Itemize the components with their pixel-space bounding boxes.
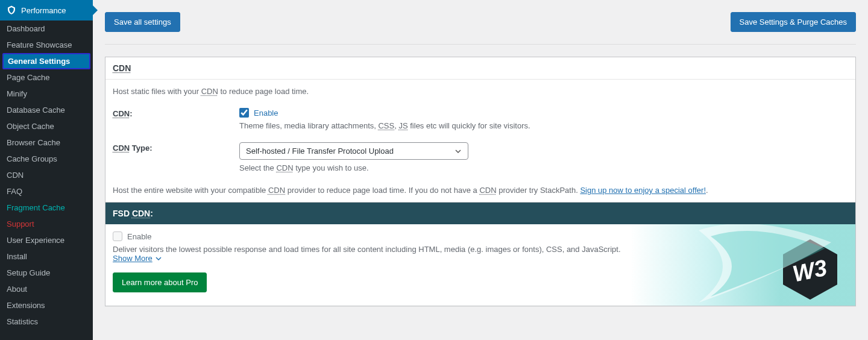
cdn-type-label: CDN Type:: [113, 142, 239, 153]
cdn-type-help: Select the CDN type you wish to use.: [239, 163, 848, 172]
sidebar-item-database-cache[interactable]: Database Cache: [0, 102, 93, 118]
sidebar-item-dashboard[interactable]: Dashboard: [0, 20, 93, 37]
sidebar-item-extensions[interactable]: Extensions: [0, 297, 93, 313]
cdn-panel: CDN Host static files with your CDN to r…: [105, 57, 856, 306]
sidebar-item-browser-cache[interactable]: Browser Cache: [0, 134, 93, 151]
sidebar-item-feature-showcase[interactable]: Feature Showcase: [0, 37, 93, 53]
fsd-enable-checkbox[interactable]: [113, 231, 122, 241]
cdn-type-control: Self-hosted / File Transfer Protocol Upl…: [239, 142, 848, 172]
sidebar-item-fragment-cache[interactable]: Fragment Cache: [0, 200, 93, 216]
cdn-enable-help: Theme files, media library attachments, …: [239, 121, 848, 130]
cdn-enable-control: Enable Theme files, media library attach…: [239, 108, 848, 130]
chevron-down-icon: [155, 255, 162, 262]
sidebar-item-install[interactable]: Install: [0, 248, 93, 265]
stackpath-signup-link[interactable]: Sign up now to enjoy a special offer!: [580, 186, 706, 195]
main-content: Save all settings Save Settings & Purge …: [93, 0, 868, 340]
sidebar-item-setup-guide[interactable]: Setup Guide: [0, 265, 93, 281]
cdn-intro-text: Host static files with your CDN to reduc…: [113, 87, 848, 96]
sidebar-item-support[interactable]: Support: [0, 216, 93, 232]
cdn-enable-checkbox-label: Enable: [254, 109, 278, 118]
cdn-enable-row: CDN: Enable Theme files, media library a…: [113, 108, 848, 130]
sidebar-item-about[interactable]: About: [0, 281, 93, 297]
sidebar: Performance Dashboard Feature Showcase G…: [0, 0, 93, 340]
sidebar-item-minify[interactable]: Minify: [0, 86, 93, 102]
sidebar-header-label: Performance: [21, 6, 66, 15]
sidebar-item-cdn[interactable]: CDN: [0, 167, 93, 183]
fsd-enable-row: Enable: [113, 231, 848, 241]
sidebar-item-page-cache[interactable]: Page Cache: [0, 69, 93, 86]
cdn-panel-body: Host static files with your CDN to reduc…: [105, 80, 855, 202]
cdn-type-select[interactable]: Self-hosted / File Transfer Protocol Upl…: [239, 142, 468, 160]
fsd-panel-header[interactable]: FSD CDN:: [105, 203, 855, 224]
fsd-panel-body: Enable Deliver visitors the lowest possi…: [105, 224, 855, 306]
cdn-panel-title: CDN: [113, 63, 131, 73]
sidebar-item-faq[interactable]: FAQ: [0, 183, 93, 200]
fsd-panel: FSD CDN: Enable Deliver visitors the low…: [105, 202, 855, 306]
save-all-settings-button[interactable]: Save all settings: [105, 12, 180, 32]
top-bar: Save all settings Save Settings & Purge …: [105, 0, 856, 45]
save-purge-button[interactable]: Save Settings & Purge Caches: [731, 12, 857, 32]
sidebar-item-general-settings[interactable]: General Settings: [2, 53, 90, 69]
sidebar-item-object-cache[interactable]: Object Cache: [0, 118, 93, 134]
sidebar-item-user-experience[interactable]: User Experience: [0, 232, 93, 248]
cdn-enable-checkbox[interactable]: [239, 108, 249, 118]
sidebar-item-cache-groups[interactable]: Cache Groups: [0, 151, 93, 167]
fsd-enable-label: Enable: [127, 232, 151, 241]
fsd-description: Deliver visitors the lowest possible res…: [113, 245, 848, 254]
fsd-show-more-link[interactable]: Show More: [113, 254, 162, 263]
cdn-bottom-note: Host the entire website with your compat…: [113, 186, 848, 195]
performance-icon: [6, 5, 17, 16]
sidebar-header[interactable]: Performance: [0, 0, 93, 20]
sidebar-item-statistics[interactable]: Statistics: [0, 313, 93, 330]
cdn-enable-label: CDN:: [113, 108, 239, 118]
cdn-panel-header[interactable]: CDN: [105, 57, 855, 80]
cdn-type-row: CDN Type: Self-hosted / File Transfer Pr…: [113, 142, 848, 172]
learn-more-pro-button[interactable]: Learn more about Pro: [113, 272, 207, 292]
